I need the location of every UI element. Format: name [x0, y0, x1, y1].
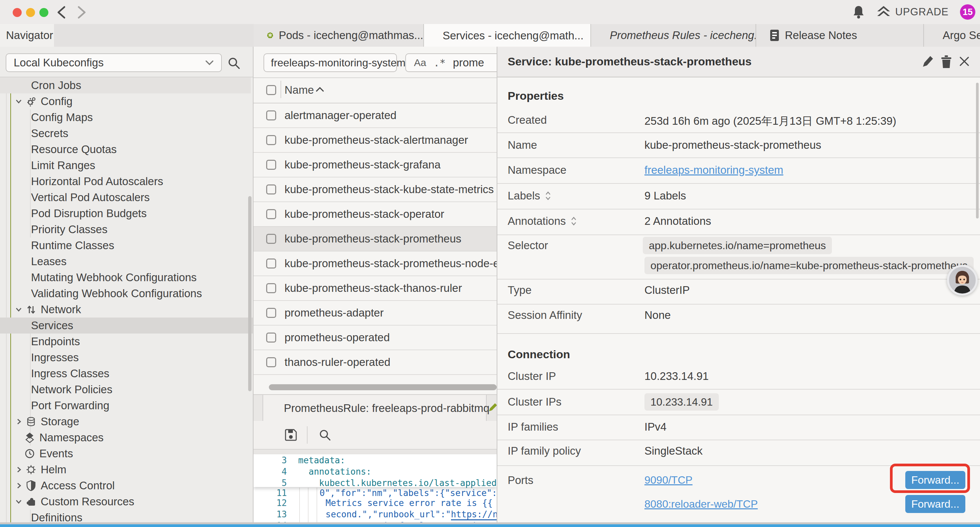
sidebar-item-endpoints[interactable]: Endpoints [0, 334, 253, 350]
sidebar-item-port-forwarding[interactable]: Port Forwarding [0, 398, 253, 414]
notifications-bell-icon[interactable] [852, 5, 865, 19]
sidebar-item-config[interactable]: Config [0, 93, 253, 110]
sidebar-item-mutating-webhook-configurations[interactable]: Mutating Webhook Configurations [0, 269, 253, 285]
selector-chip: operator.prometheus.io/name=kube-prometh… [644, 257, 974, 274]
line-number: 3 [253, 455, 287, 465]
expand-collapse-icon[interactable] [570, 216, 577, 226]
sidebar-item-network-policies[interactable]: Network Policies [0, 382, 253, 398]
table-row[interactable]: kube-prometheus-stack-operator [253, 202, 497, 226]
close-icon[interactable] [958, 56, 970, 67]
sidebar-item-vertical-pod-autoscalers[interactable]: Vertical Pod Autoscalers [0, 189, 253, 205]
editor-tab-prometheusrule[interactable]: PrometheusRule: freeleaps-prod-rabbitmq [262, 395, 487, 422]
row-checkbox[interactable] [266, 283, 276, 293]
sidebar-item-leases[interactable]: Leases [0, 253, 253, 269]
yaml-editor[interactable]: 11 0","for":"nm","labels":{"service":" 1… [253, 454, 497, 524]
regex-toggle[interactable]: .* [434, 57, 445, 69]
sidebar-item-services[interactable]: Services [0, 318, 253, 334]
helm-wheel-icon [26, 465, 36, 474]
sort-ascending-icon [315, 87, 324, 92]
sidebar-item-cron-jobs[interactable]: Cron Jobs [0, 77, 251, 93]
type-label: Type [508, 284, 532, 296]
edit-pencil-icon[interactable] [921, 55, 934, 68]
sidebar-item-priority-classes[interactable]: Priority Classes [0, 221, 253, 237]
tab-release-notes[interactable]: Release Notes [756, 24, 924, 47]
table-row[interactable]: kube-prometheus-stack-thanos-ruler [253, 276, 497, 300]
row-checkbox[interactable] [266, 160, 276, 170]
sidebar-item-validating-webhook-configurations[interactable]: Validating Webhook Configurations [0, 285, 253, 301]
row-checkbox[interactable] [266, 135, 276, 145]
sidebar-item-runtime-classes[interactable]: Runtime Classes [0, 237, 253, 253]
sidebar-item-ingress-classes[interactable]: Ingress Classes [0, 366, 253, 382]
table-row[interactable]: kube-prometheus-stack-grafana [253, 153, 497, 177]
sidebar-item-pod-disruption-budgets[interactable]: Pod Disruption Budgets [0, 205, 253, 221]
sidebar-item-helm[interactable]: Helm [0, 462, 253, 478]
kubeconfig-context-dropdown[interactable]: Local Kubeconfigs [6, 53, 222, 72]
table-row[interactable]: kube-prometheus-stack-prometheus-node-ex… [253, 252, 497, 275]
forward-button-8080[interactable]: Forward... [905, 495, 965, 513]
sidebar-item-namespaces[interactable]: Namespaces [0, 430, 253, 446]
forward-button[interactable] [74, 5, 88, 19]
expand-collapse-icon[interactable] [545, 191, 551, 201]
sidebar-item-limit-ranges[interactable]: Limit Ranges [0, 158, 253, 174]
horizontal-scrollbar[interactable] [269, 384, 497, 390]
select-all-checkbox[interactable] [266, 85, 276, 95]
row-checkbox[interactable] [266, 234, 276, 244]
account-badge[interactable]: 15 [960, 4, 975, 20]
tab-argo[interactable]: Argo Se [924, 24, 980, 47]
upgrade-button[interactable]: UPGRADE [877, 5, 949, 19]
match-case-toggle[interactable]: Aa [414, 57, 426, 68]
name-column-header[interactable]: Name [285, 84, 314, 96]
row-checkbox[interactable] [266, 185, 276, 194]
sidebar-scrollbar[interactable] [248, 196, 251, 391]
tab-services[interactable]: Services - icecheng@math... × [424, 24, 591, 47]
shield-icon [26, 480, 36, 491]
table-row[interactable]: prometheus-adapter [253, 301, 497, 325]
tab-label: Argo Se [943, 29, 980, 42]
sidebar-item-storage[interactable]: Storage [0, 414, 253, 430]
row-checkbox[interactable] [266, 308, 276, 318]
row-checkbox[interactable] [266, 333, 276, 342]
sidebar-search-icon[interactable] [228, 57, 241, 70]
port-link-9090[interactable]: 9090/TCP [644, 474, 692, 486]
kubernetes-icon [267, 29, 274, 41]
table-row-selected[interactable]: kube-prometheus-stack-prometheus [253, 227, 497, 251]
sidebar-item-resource-quotas[interactable]: Resource Quotas [0, 142, 253, 158]
table-row[interactable]: prometheus-operated [253, 326, 497, 350]
code-link[interactable]: https://netw [451, 509, 497, 520]
name-filter-input[interactable]: Aa .* prome [405, 53, 497, 72]
save-icon[interactable] [284, 428, 298, 442]
namespaces-icon [25, 432, 35, 443]
table-row[interactable]: kube-prometheus-stack-kube-state-metrics [253, 177, 497, 201]
sidebar-item-events[interactable]: Events [0, 446, 253, 462]
tab-prometheus-rules[interactable]: Prometheus Rules - icecheng... [591, 24, 756, 47]
editor-search-icon[interactable] [319, 429, 332, 442]
tab-pods[interactable]: Pods - icecheng@mathmas... [253, 24, 424, 47]
row-checkbox[interactable] [266, 110, 276, 120]
back-button[interactable] [55, 5, 69, 19]
table-row[interactable]: thanos-ruler-operated [253, 350, 497, 374]
sidebar-item-ingresses[interactable]: Ingresses [0, 350, 253, 366]
row-checkbox[interactable] [266, 209, 276, 219]
window-zoom-button[interactable] [39, 8, 48, 17]
sidebar-item-custom-resources[interactable]: Custom Resources [0, 494, 253, 509]
window-close-button[interactable] [13, 8, 22, 17]
sidebar-item-config-maps[interactable]: Config Maps [0, 110, 253, 126]
navigator-tab[interactable]: Navigator [0, 24, 54, 47]
edit-pencil-icon[interactable] [488, 402, 497, 412]
row-checkbox[interactable] [266, 357, 276, 367]
annotations-label: Annotations [508, 215, 577, 228]
window-minimize-button[interactable] [26, 8, 35, 17]
namespace-dropdown[interactable]: freeleaps-monitoring-system [264, 53, 397, 72]
port-link-8080[interactable]: 8080:reloader-web/TCP [644, 498, 758, 510]
panel-scrollbar[interactable] [976, 83, 978, 218]
assistant-avatar[interactable] [947, 265, 978, 296]
sidebar-item-access-control[interactable]: Access Control [0, 478, 253, 494]
table-row[interactable]: kube-prometheus-stack-alertmanager [253, 128, 497, 152]
sidebar-item-horizontal-pod-autoscalers[interactable]: Horizontal Pod Autoscalers [0, 174, 253, 189]
table-row[interactable]: alertmanager-operated [253, 103, 497, 127]
row-checkbox[interactable] [266, 258, 276, 269]
sidebar-item-network[interactable]: Network [0, 301, 253, 318]
delete-trash-icon[interactable] [940, 55, 952, 69]
sidebar-item-secrets[interactable]: Secrets [0, 126, 253, 142]
namespace-link[interactable]: freeleaps-monitoring-system [644, 164, 783, 177]
